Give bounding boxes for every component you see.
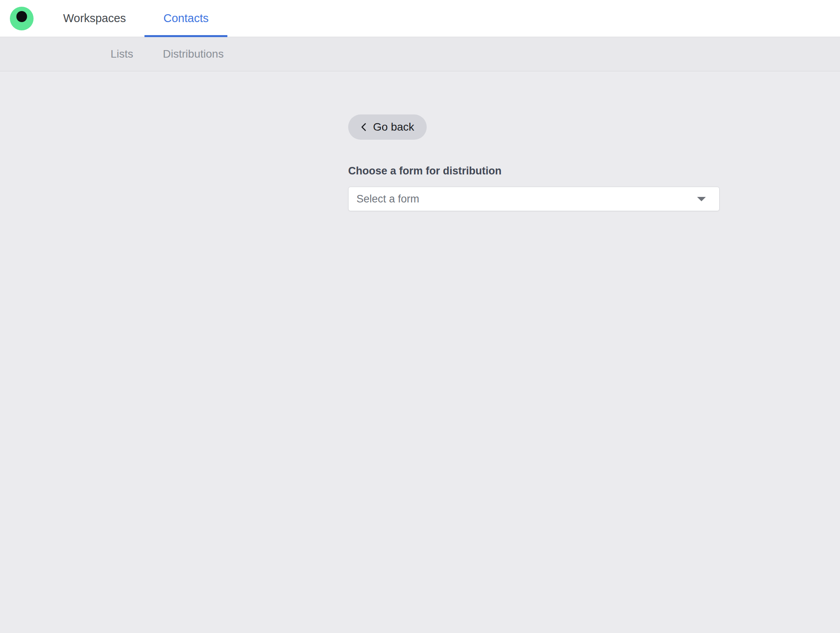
form-select-value: Select a form	[356, 193, 419, 205]
go-back-label: Go back	[373, 121, 414, 133]
tab-workspaces[interactable]: Workspaces	[63, 0, 126, 37]
subnav-item-distributions[interactable]: Distributions	[163, 48, 224, 60]
main-content: Go back Choose a form for distribution S…	[0, 71, 840, 211]
chevron-left-icon	[361, 123, 366, 131]
app-logo-icon	[10, 7, 34, 30]
active-tab-underline	[144, 35, 227, 37]
app-logo-dot	[17, 11, 27, 22]
secondary-navigation-bar: Lists Distributions	[0, 37, 840, 71]
go-back-button[interactable]: Go back	[348, 114, 427, 140]
subnav-item-lists[interactable]: Lists	[111, 48, 133, 60]
page-title: Choose a form for distribution	[348, 165, 840, 177]
caret-down-icon	[697, 197, 706, 201]
top-navigation-bar: Workspaces Contacts	[0, 0, 840, 37]
form-select-dropdown[interactable]: Select a form	[348, 187, 720, 211]
tab-contacts-label: Contacts	[163, 12, 208, 25]
tab-workspaces-label: Workspaces	[63, 12, 126, 25]
tab-contacts[interactable]: Contacts	[144, 0, 227, 37]
